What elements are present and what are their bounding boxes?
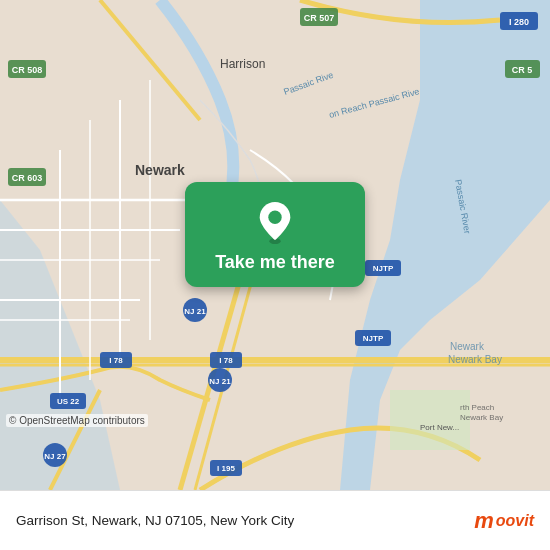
svg-text:I 78: I 78: [219, 356, 233, 365]
svg-text:Newark: Newark: [135, 162, 185, 178]
svg-text:Port New...: Port New...: [420, 423, 459, 432]
svg-text:Harrison: Harrison: [220, 57, 265, 71]
svg-text:I 78: I 78: [109, 356, 123, 365]
svg-text:Newark Bay: Newark Bay: [448, 354, 502, 365]
address-text: Garrison St, Newark, NJ 07105, New York …: [16, 513, 466, 528]
moovit-word: oovit: [496, 512, 534, 530]
svg-text:CR 508: CR 508: [12, 65, 43, 75]
svg-text:I 280: I 280: [509, 17, 529, 27]
location-pin-icon: [257, 200, 293, 244]
svg-text:NJ 21: NJ 21: [184, 307, 206, 316]
moovit-m-letter: m: [474, 508, 494, 534]
bottom-bar: Garrison St, Newark, NJ 07105, New York …: [0, 490, 550, 550]
copyright-text: © OpenStreetMap contributors: [6, 414, 148, 427]
svg-text:I 195: I 195: [217, 464, 235, 473]
svg-text:US 22: US 22: [57, 397, 80, 406]
svg-text:NJ 27: NJ 27: [44, 452, 66, 461]
svg-text:Newark Bay: Newark Bay: [460, 413, 503, 422]
svg-rect-50: [390, 390, 470, 450]
svg-text:CR 5: CR 5: [512, 65, 533, 75]
cta-label: Take me there: [215, 252, 335, 273]
svg-text:NJTP: NJTP: [363, 334, 384, 343]
moovit-logo: m oovit: [474, 508, 534, 534]
svg-text:Newark: Newark: [450, 341, 485, 352]
take-me-there-button[interactable]: Take me there: [185, 182, 365, 287]
svg-text:CR 507: CR 507: [304, 13, 335, 23]
svg-text:NJTP: NJTP: [373, 264, 394, 273]
svg-text:NJ 21: NJ 21: [209, 377, 231, 386]
svg-text:CR 603: CR 603: [12, 173, 43, 183]
svg-text:rth Peach: rth Peach: [460, 403, 494, 412]
svg-point-57: [268, 211, 281, 224]
map-container: CR 507 I 280 CR 508 CR 5 CR 603 NJ 21 NJ…: [0, 0, 550, 490]
